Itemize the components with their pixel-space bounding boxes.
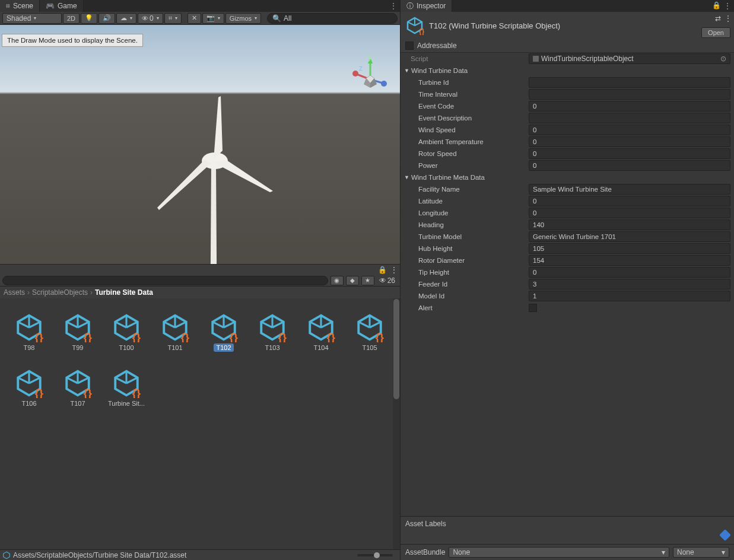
property-input[interactable]: 0 bbox=[529, 136, 730, 147]
property-row: Model Id1 bbox=[401, 290, 734, 302]
svg-line-56 bbox=[29, 378, 40, 383]
asset-item[interactable]: {} T106 bbox=[5, 360, 53, 416]
asset-item[interactable]: {} T103 bbox=[248, 304, 297, 360]
tools-button[interactable]: ✕ bbox=[188, 13, 201, 24]
filter-type-button[interactable]: ◉ bbox=[331, 276, 344, 285]
camera-dropdown[interactable]: 📷 bbox=[202, 13, 224, 24]
asset-label: T99 bbox=[70, 343, 86, 352]
asset-bundle-label: AssetBundle bbox=[405, 548, 445, 556]
slider-knob[interactable] bbox=[374, 552, 380, 558]
scene-viewport[interactable]: The Draw Mode used to display the Scene.… bbox=[0, 25, 400, 264]
property-input[interactable]: 0 bbox=[529, 196, 730, 206]
property-input[interactable]: 0 bbox=[529, 101, 730, 112]
fx-dropdown[interactable]: ☁ bbox=[116, 13, 136, 24]
tooltip: The Draw Mode used to display the Scene. bbox=[2, 34, 143, 47]
tab-inspector[interactable]: ⓘ Inspector bbox=[401, 0, 452, 12]
asset-bundle-variant-dropdown[interactable]: None▾ bbox=[673, 547, 729, 558]
lock-icon[interactable]: 🔒 bbox=[378, 266, 387, 274]
property-input[interactable]: 0 bbox=[529, 125, 730, 135]
property-input[interactable]: 0 bbox=[529, 160, 730, 171]
svg-point-5 bbox=[381, 81, 387, 87]
asset-item[interactable]: {} T102 bbox=[199, 304, 248, 360]
property-input[interactable]: Sample Wind Turbine Site bbox=[529, 184, 730, 195]
asset-label: T100 bbox=[116, 343, 136, 352]
asset-item[interactable]: {} T99 bbox=[53, 304, 102, 360]
property-row: Event Code0 bbox=[401, 100, 734, 112]
open-button[interactable]: Open bbox=[701, 27, 730, 38]
property-input[interactable]: 3 bbox=[529, 279, 730, 289]
asset-item[interactable]: {} T104 bbox=[297, 304, 345, 360]
svg-point-3 bbox=[352, 71, 358, 77]
property-input[interactable]: 0 bbox=[529, 148, 730, 159]
scriptable-object-icon: {} bbox=[160, 313, 190, 342]
header-menu-icon[interactable]: ⋮ bbox=[725, 14, 732, 23]
addressable-checkbox[interactable] bbox=[405, 42, 414, 50]
preset-icon[interactable]: ⇄ bbox=[715, 14, 721, 23]
lock-icon[interactable]: 🔒 bbox=[712, 1, 721, 9]
asset-label: T101 bbox=[165, 343, 185, 352]
breadcrumb-folder[interactable]: ScriptableObjects bbox=[32, 288, 88, 297]
2d-toggle[interactable]: 2D bbox=[63, 13, 80, 24]
hidden-count[interactable]: 👁 26 bbox=[377, 276, 398, 285]
asset-label: T103 bbox=[262, 343, 282, 352]
visibility-dropdown[interactable]: 👁 0 bbox=[138, 13, 163, 24]
icon-size-slider[interactable] bbox=[357, 554, 393, 556]
alert-row: Alert bbox=[401, 302, 734, 314]
asset-item[interactable]: {} T101 bbox=[151, 304, 199, 360]
asset-item[interactable]: {} T100 bbox=[102, 304, 151, 360]
svg-text:{}: {} bbox=[132, 331, 141, 342]
property-label: Feeder Id bbox=[404, 281, 529, 288]
svg-line-45 bbox=[310, 322, 321, 327]
breadcrumb-assets[interactable]: Assets bbox=[4, 288, 25, 297]
property-input[interactable] bbox=[529, 77, 730, 88]
scrollbar-thumb[interactable] bbox=[393, 299, 399, 399]
property-label: Model Id bbox=[404, 292, 529, 300]
object-picker-icon[interactable]: ⊙ bbox=[720, 55, 726, 63]
search-icon: 🔍 bbox=[272, 14, 281, 23]
scriptable-object-icon bbox=[2, 551, 11, 559]
filter-label-button[interactable]: ◆ bbox=[346, 276, 359, 285]
orientation-gizmo[interactable]: y z bbox=[349, 55, 391, 96]
asset-item[interactable]: {} T98 bbox=[5, 304, 53, 360]
property-input[interactable]: 1 bbox=[529, 291, 730, 301]
scene-search[interactable]: 🔍 All bbox=[267, 13, 398, 24]
property-input[interactable]: 154 bbox=[529, 255, 730, 266]
property-label: Longitude bbox=[404, 209, 529, 217]
breadcrumb-current[interactable]: Turbine Site Data bbox=[95, 288, 153, 297]
favorite-button[interactable]: ★ bbox=[361, 276, 374, 285]
asset-bundle-dropdown[interactable]: None▾ bbox=[449, 547, 669, 558]
asset-item[interactable]: {} T107 bbox=[53, 360, 102, 416]
svg-line-41 bbox=[272, 322, 284, 327]
property-input[interactable] bbox=[529, 89, 730, 100]
tab-game[interactable]: 🎮 Game bbox=[40, 0, 84, 12]
alert-checkbox[interactable] bbox=[529, 304, 537, 312]
asset-item[interactable]: {} T105 bbox=[345, 304, 394, 360]
asset-grid[interactable]: {} T98 {} T99 {} T100 {} T101 {} T102 {}… bbox=[0, 298, 400, 549]
property-input[interactable]: 0 bbox=[529, 208, 730, 218]
property-input[interactable]: 105 bbox=[529, 243, 730, 254]
property-input[interactable] bbox=[529, 113, 730, 123]
panel-menu-icon[interactable]: ⋮ bbox=[390, 266, 398, 274]
project-search-input[interactable] bbox=[2, 276, 328, 285]
asset-item[interactable]: {} Turbine Sit... bbox=[102, 360, 151, 416]
script-field[interactable]: WindTurbineScriptableObject⊙ bbox=[529, 53, 730, 64]
lighting-toggle[interactable]: 💡 bbox=[81, 13, 97, 24]
property-label: Rotor Diameter bbox=[404, 257, 529, 264]
section-wind-turbine-data[interactable]: ▼ Wind Turbine Data bbox=[401, 65, 734, 77]
tab-scene[interactable]: ⌗ Scene bbox=[0, 0, 40, 12]
scrollbar[interactable] bbox=[393, 298, 400, 549]
gizmos-dropdown[interactable]: Gizmos bbox=[225, 13, 261, 24]
section-wind-turbine-meta-data[interactable]: ▼ Wind Turbine Meta Data bbox=[401, 171, 734, 183]
svg-marker-68 bbox=[4, 552, 10, 558]
inspector-menu-icon[interactable]: ⋮ bbox=[723, 1, 732, 11]
audio-toggle[interactable]: 🔊 bbox=[98, 13, 115, 24]
property-input[interactable]: 140 bbox=[529, 219, 730, 230]
grid-dropdown[interactable]: ⌗ bbox=[164, 13, 182, 24]
property-input[interactable]: Generic Wind Turbine 1701 bbox=[529, 231, 730, 242]
tab-menu-icon[interactable]: ⋮ bbox=[389, 1, 398, 11]
property-input[interactable]: 0 bbox=[529, 267, 730, 278]
property-label: Facility Name bbox=[404, 186, 529, 193]
property-label: Wind Speed bbox=[404, 126, 529, 133]
svg-line-51 bbox=[370, 322, 381, 327]
shading-dropdown[interactable]: Shaded bbox=[2, 13, 62, 24]
